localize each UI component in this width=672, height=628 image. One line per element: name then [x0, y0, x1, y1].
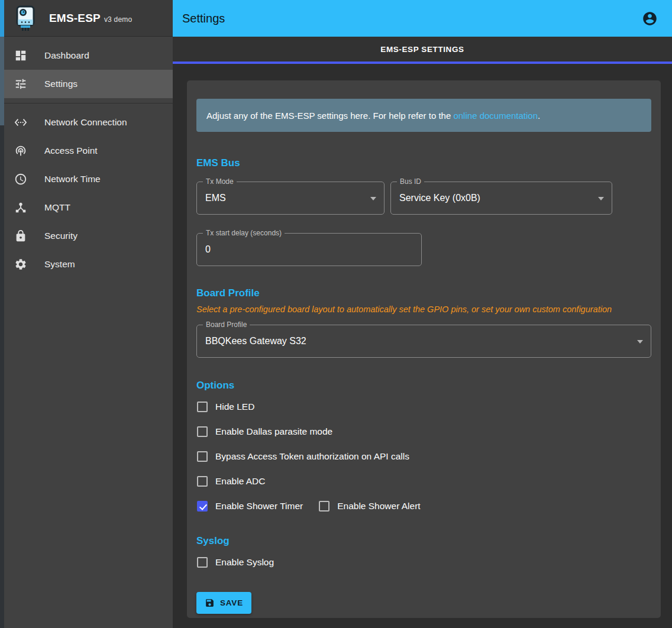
sidebar-item-dashboard[interactable]: Dashboard: [4, 41, 173, 70]
left-scrollbar[interactable]: [0, 0, 4, 628]
sidebar-item-network-connection[interactable]: Network Connection: [4, 108, 173, 137]
hide-led-checkbox[interactable]: [197, 402, 208, 412]
sidebar-nav-secondary: Network Connection Access Point Network …: [4, 103, 173, 283]
chevron-down-icon: [370, 197, 376, 200]
dashboard-icon: [14, 48, 28, 63]
chevron-down-icon: [637, 340, 643, 344]
save-button-label: SAVE: [220, 598, 243, 607]
tx-mode-label: Tx Mode: [203, 177, 237, 186]
checkbox-label: Enable ADC: [215, 476, 265, 487]
sidebar-item-label: Settings: [44, 79, 77, 89]
settings-card: Adjust any of the EMS-ESP settings here.…: [187, 80, 661, 618]
page-title: Settings: [182, 12, 225, 25]
clock-icon: [14, 172, 28, 186]
bypass-token-checkbox[interactable]: [197, 451, 208, 462]
banner-text: Adjust any of the EMS-ESP settings here.…: [206, 111, 540, 121]
sidebar-item-label: System: [44, 259, 75, 270]
banner-text-before: Adjust any of the EMS-ESP settings here.…: [206, 111, 453, 121]
account-circle-icon[interactable]: [642, 11, 658, 27]
checkbox-label: Bypass Access Token authorization on API…: [215, 451, 409, 462]
device-hub-icon: [14, 200, 28, 215]
bus-id-value: Service Key (0x0B): [399, 193, 480, 203]
sidebar-item-settings[interactable]: Settings: [4, 70, 173, 98]
info-banner: Adjust any of the EMS-ESP settings here.…: [196, 99, 651, 132]
lock-icon: [14, 229, 28, 243]
tx-start-delay-label: Tx start delay (seconds): [203, 229, 285, 237]
ethernet-icon: [14, 115, 28, 130]
section-title-ems-bus: EMS Bus: [196, 157, 651, 169]
wifi-tethering-icon: [14, 144, 28, 158]
tune-icon: [14, 77, 28, 91]
board-profile-note: Select a pre-configured board layout to …: [196, 305, 651, 314]
section-title-board-profile: Board Profile: [196, 287, 651, 299]
section-title-options: Options: [196, 380, 651, 391]
option-row: Enable ADC: [196, 469, 651, 494]
tx-start-delay-input[interactable]: Tx start delay (seconds) 0: [196, 233, 422, 266]
sidebar-item-network-time[interactable]: Network Time: [4, 165, 173, 193]
checkbox-label: Hide LED: [215, 402, 254, 412]
scrollbar-thumb[interactable]: [0, 37, 4, 125]
sidebar-item-access-point[interactable]: Access Point: [4, 137, 173, 165]
app-title: EMS-ESPv3 demo: [49, 12, 132, 25]
checkbox-label: Enable Dallas parasite mode: [215, 426, 332, 437]
bus-id-label: Bus ID: [397, 177, 424, 186]
online-documentation-link[interactable]: online documentation: [453, 111, 538, 121]
tab-label: EMS-ESP SETTINGS: [380, 45, 464, 54]
option-row: Hide LED: [196, 394, 651, 419]
option-row: Enable Syslog: [196, 550, 651, 575]
shower-timer-checkbox[interactable]: [197, 501, 208, 512]
board-profile-value: BBQKees Gateway S32: [205, 336, 306, 347]
sidebar-nav-primary: Dashboard Settings: [4, 37, 173, 103]
save-button[interactable]: SAVE: [196, 592, 251, 614]
sidebar: EMS-ESPv3 demo Dashboard Settings Networ…: [4, 0, 173, 628]
board-profile-select[interactable]: Board Profile BBQKees Gateway S32: [196, 325, 651, 358]
checkbox-label: Enable Syslog: [215, 557, 274, 568]
tab-ems-esp-settings[interactable]: EMS-ESP SETTINGS: [173, 37, 672, 61]
sidebar-item-label: MQTT: [44, 202, 70, 213]
save-icon: [205, 598, 215, 608]
scrollbar-top-segment: [0, 0, 4, 37]
gear-icon: [14, 257, 28, 271]
bus-id-select[interactable]: Bus ID Service Key (0x0B): [390, 182, 612, 215]
tx-mode-value: EMS: [205, 193, 226, 203]
tx-mode-select[interactable]: Tx Mode EMS: [196, 182, 385, 215]
banner-text-after: .: [538, 111, 540, 121]
checkbox-label: Enable Shower Alert: [337, 501, 420, 512]
ems-esp-logo-icon: [15, 5, 36, 31]
sidebar-item-system[interactable]: System: [4, 250, 173, 279]
appbar: Settings: [173, 0, 672, 37]
option-row: Enable Dallas parasite mode: [196, 419, 651, 444]
sidebar-item-label: Network Connection: [44, 117, 127, 128]
section-title-syslog: Syslog: [196, 535, 651, 547]
enable-syslog-checkbox[interactable]: [197, 557, 208, 568]
tx-start-delay-value: 0: [205, 244, 211, 255]
sidebar-item-mqtt[interactable]: MQTT: [4, 193, 173, 222]
enable-adc-checkbox[interactable]: [197, 476, 208, 487]
app-version: v3 demo: [104, 15, 132, 24]
board-profile-label: Board Profile: [203, 321, 250, 329]
option-row: Enable Shower Timer Enable Shower Alert: [196, 494, 651, 519]
sidebar-item-label: Network Time: [44, 174, 101, 184]
dallas-parasite-checkbox[interactable]: [197, 426, 208, 437]
checkbox-label: Enable Shower Timer: [215, 501, 303, 512]
shower-alert-checkbox[interactable]: [319, 501, 329, 512]
sidebar-item-security[interactable]: Security: [4, 222, 173, 250]
content-area: Adjust any of the EMS-ESP settings here.…: [173, 64, 672, 628]
main-area: Settings EMS-ESP SETTINGS Adjust any of …: [173, 0, 672, 628]
sidebar-item-label: Security: [44, 231, 77, 241]
sidebar-item-label: Access Point: [44, 145, 98, 156]
option-row: Bypass Access Token authorization on API…: [196, 444, 651, 469]
chevron-down-icon: [598, 197, 604, 200]
sidebar-header: EMS-ESPv3 demo: [4, 0, 173, 37]
sidebar-item-label: Dashboard: [44, 50, 89, 61]
app-name: EMS-ESP: [49, 12, 101, 24]
